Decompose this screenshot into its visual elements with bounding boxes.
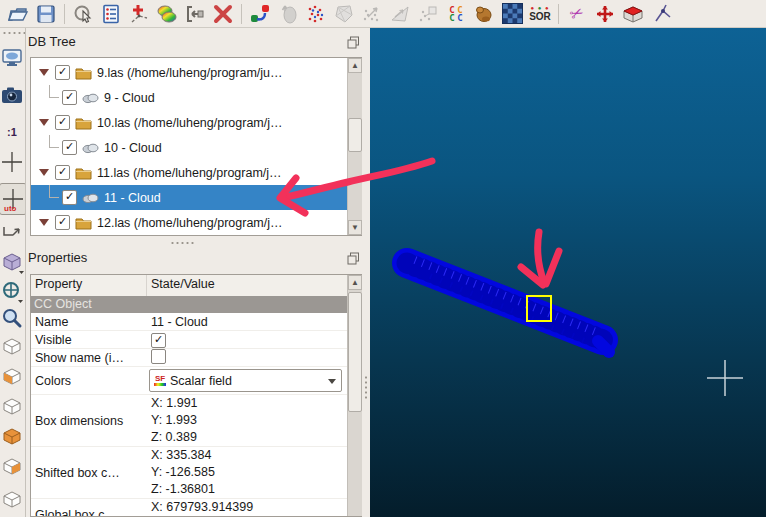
tree-row-11cloud-selected[interactable]: 11 - Cloud: [31, 185, 362, 210]
cc-letter: C: [456, 14, 464, 22]
mesh-sampling-icon[interactable]: [386, 1, 414, 27]
translate-rotate-icon[interactable]: [591, 1, 619, 27]
scrollbar-thumb[interactable]: [348, 292, 362, 412]
scroll-down-button[interactable]: ▼: [348, 220, 362, 235]
auto-pivot-button[interactable]: uto: [0, 183, 26, 215]
colors-dropdown-value: Scalar field: [170, 374, 232, 388]
left-view-icon[interactable]: [0, 395, 24, 419]
scroll-up-button[interactable]: ▲: [348, 58, 362, 73]
toolbar-separator: [64, 4, 65, 24]
view-cube-icon[interactable]: [0, 250, 24, 274]
expand-arrow-icon[interactable]: [39, 119, 49, 126]
segment-scissors-icon[interactable]: ✂: [563, 1, 591, 27]
dock-grip: [2, 31, 26, 35]
scalar-field-icon: SF: [154, 375, 166, 386]
visible-checkbox[interactable]: [151, 333, 166, 348]
fine-registration-icon[interactable]: [274, 1, 302, 27]
name-value: 11 - Cloud: [147, 315, 208, 329]
shifted-y: Y: -126.585: [151, 464, 215, 481]
prop-row-show-name: Show name (i…: [31, 349, 348, 367]
cross-section-icon[interactable]: [619, 1, 647, 27]
tree-item-label[interactable]: 12.las (/home/luheng/program/j…: [97, 216, 283, 230]
expand-arrow-icon[interactable]: [39, 169, 49, 176]
mesh-icon[interactable]: [330, 1, 358, 27]
picking-icon[interactable]: [649, 1, 677, 27]
tree-branch: [43, 85, 62, 110]
sample-points-icon[interactable]: [358, 1, 386, 27]
tree-item-label[interactable]: 11 - Cloud: [104, 191, 161, 205]
tree-item-label[interactable]: 10 - Cloud: [104, 141, 162, 155]
tree-row-11las[interactable]: 11.las (/home/luheng/program/j…: [31, 160, 362, 185]
tree-branch: [43, 185, 62, 210]
top-view-icon[interactable]: [0, 335, 24, 359]
tree-row-12las[interactable]: 12.las (/home/luheng/program/j…: [31, 210, 362, 235]
cc-plugins-icon[interactable]: CCCC: [442, 1, 470, 27]
resample-icon[interactable]: [302, 1, 330, 27]
point-list-picking-icon[interactable]: [125, 1, 153, 27]
save-icon[interactable]: [32, 1, 60, 27]
prop-row-box-dimensions: Box dimensions X: 1.991 Y: 1.993 Z: 0.38…: [31, 395, 348, 447]
tree-row-9cloud[interactable]: 9 - Cloud: [31, 85, 362, 110]
colors-dropdown[interactable]: SF Scalar field: [149, 369, 342, 392]
pivot-visibility-icon[interactable]: [0, 280, 24, 304]
db-tree-title: DB Tree: [28, 34, 76, 49]
open-file-icon[interactable]: [4, 1, 32, 27]
dock-grip: [170, 241, 196, 245]
float-dock-icon[interactable]: [347, 252, 360, 265]
pivot-arrow-icon[interactable]: [0, 220, 24, 244]
checkbox[interactable]: [55, 215, 70, 230]
properties-list-icon[interactable]: [97, 1, 125, 27]
show-name-checkbox[interactable]: [151, 349, 166, 364]
scrollbar-thumb[interactable]: [348, 118, 362, 152]
checkbox[interactable]: [62, 190, 77, 205]
right-view-icon[interactable]: [0, 455, 24, 479]
colorize-icon[interactable]: [153, 1, 181, 27]
zoom-1-1-icon[interactable]: :1: [0, 120, 24, 144]
tree-row-10cloud[interactable]: 10 - Cloud: [31, 135, 362, 160]
tree-row-9las[interactable]: 9.las (/home/luheng/program/ju…: [31, 60, 362, 85]
column-property[interactable]: Property: [31, 275, 147, 296]
float-dock-icon[interactable]: [347, 36, 360, 49]
apply-transformation-icon[interactable]: [181, 1, 209, 27]
front-view-icon[interactable]: [0, 365, 24, 389]
display-settings-icon[interactable]: [0, 46, 24, 70]
bottom-view-icon[interactable]: [0, 488, 24, 512]
checkbox[interactable]: [55, 115, 70, 130]
qhpr-icon[interactable]: [498, 1, 526, 27]
tree-item-label[interactable]: 10.las (/home/luheng/program/j…: [97, 116, 283, 130]
prop-row-colors: Colors SF Scalar field: [31, 367, 348, 395]
checkbox[interactable]: [62, 90, 77, 105]
tree-item-label[interactable]: 11.las (/home/luheng/program/j…: [97, 166, 282, 180]
tree-row-10las[interactable]: 10.las (/home/luheng/program/j…: [31, 110, 362, 135]
tree-scrollbar[interactable]: ▲ ▼: [347, 58, 362, 235]
dock-splitter[interactable]: [362, 28, 370, 517]
properties-scrollbar[interactable]: ▲: [347, 275, 362, 516]
checkbox[interactable]: [62, 140, 77, 155]
cloud-icon: [82, 92, 99, 104]
checkbox[interactable]: [55, 165, 70, 180]
prop-row-global-box-center: Global box c… X: 679793.914399 Y: 356200…: [31, 499, 348, 517]
expand-arrow-icon[interactable]: [39, 219, 49, 226]
shifted-z: Z: -1.36801: [151, 481, 215, 498]
pick-rotation-center-icon[interactable]: [69, 1, 97, 27]
register-icon[interactable]: [246, 1, 274, 27]
zoom-fit-icon[interactable]: [0, 306, 24, 330]
sor-filter-icon[interactable]: ● ● ●SOR: [526, 1, 554, 27]
column-state-value[interactable]: State/Value: [147, 275, 215, 296]
tree-item-label[interactable]: 9 - Cloud: [104, 91, 155, 105]
scroll-up-button[interactable]: ▲: [348, 275, 362, 290]
3d-viewport[interactable]: [370, 28, 766, 517]
expand-arrow-icon[interactable]: [39, 69, 49, 76]
label-points-icon[interactable]: [414, 1, 442, 27]
tree-item-label[interactable]: 9.las (/home/luheng/program/ju…: [97, 66, 283, 80]
prop-row-shifted-box-center: Shifted box c… X: 335.384 Y: -126.585 Z:…: [31, 447, 348, 499]
back-view-icon[interactable]: [0, 425, 24, 449]
global-x: X: 679793.914399: [151, 499, 259, 516]
qransac-icon[interactable]: [470, 1, 498, 27]
screenshot-camera-icon[interactable]: [0, 83, 24, 107]
splitter-grip[interactable]: [364, 375, 368, 401]
delete-icon[interactable]: [209, 1, 237, 27]
set-pivot-icon[interactable]: [0, 150, 24, 174]
checkbox[interactable]: [55, 65, 70, 80]
folder-icon: [75, 216, 92, 230]
